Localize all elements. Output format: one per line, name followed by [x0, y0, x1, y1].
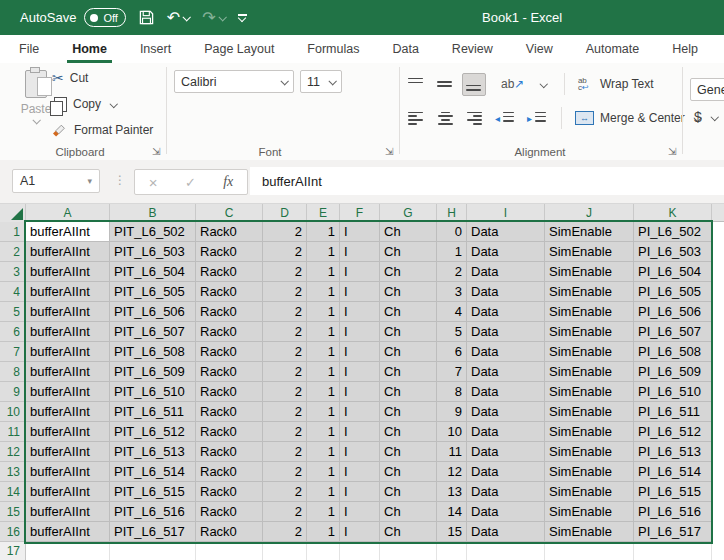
cell-K3[interactable]: PI_L6_504: [634, 262, 712, 282]
cell-A12[interactable]: bufferAIInt: [26, 442, 110, 462]
cell-D13[interactable]: 2: [263, 462, 307, 482]
cell-J10[interactable]: SimEnable: [545, 402, 634, 422]
cell-G8[interactable]: Ch: [380, 362, 437, 382]
cell-F1[interactable]: I: [340, 222, 380, 242]
top-align-button[interactable]: [408, 78, 424, 91]
cell-F2[interactable]: I: [340, 242, 380, 262]
cell-B15[interactable]: PIT_L6_516: [110, 502, 196, 522]
cell-F5[interactable]: I: [340, 302, 380, 322]
cell-J4[interactable]: SimEnable: [545, 282, 634, 302]
cell-K2[interactable]: PI_L6_503: [634, 242, 712, 262]
cell-K9[interactable]: PI_L6_510: [634, 382, 712, 402]
cell-J8[interactable]: SimEnable: [545, 362, 634, 382]
cell-empty[interactable]: [634, 542, 712, 560]
formula-input[interactable]: bufferAIInt: [250, 167, 724, 195]
name-box-dropdown-icon[interactable]: ▾: [87, 176, 92, 186]
cell-G3[interactable]: Ch: [380, 262, 437, 282]
cell-D5[interactable]: 2: [263, 302, 307, 322]
cell-C15[interactable]: Rack0: [196, 502, 263, 522]
cell-G6[interactable]: Ch: [380, 322, 437, 342]
clipboard-dialog-launcher[interactable]: ⇲: [152, 147, 160, 157]
cell-A15[interactable]: bufferAIInt: [26, 502, 110, 522]
cell-H9[interactable]: 8: [437, 382, 467, 402]
cell-D9[interactable]: 2: [263, 382, 307, 402]
cell-G2[interactable]: Ch: [380, 242, 437, 262]
row-header-1[interactable]: 1: [0, 222, 26, 242]
cell-I9[interactable]: Data: [467, 382, 545, 402]
cell-H11[interactable]: 10: [437, 422, 467, 442]
cell-H16[interactable]: 15: [437, 522, 467, 542]
cell-F8[interactable]: I: [340, 362, 380, 382]
cell-A8[interactable]: bufferAIInt: [26, 362, 110, 382]
undo-button[interactable]: ↶: [167, 8, 189, 27]
row-header-9[interactable]: 9: [0, 382, 26, 402]
cell-A11[interactable]: bufferAIInt: [26, 422, 110, 442]
cell-H3[interactable]: 2: [437, 262, 467, 282]
cell-I15[interactable]: Data: [467, 502, 545, 522]
cell-G13[interactable]: Ch: [380, 462, 437, 482]
row-header-12[interactable]: 12: [0, 442, 26, 462]
cell-I12[interactable]: Data: [467, 442, 545, 462]
cell-C1[interactable]: Rack0: [196, 222, 263, 242]
accounting-format-button[interactable]: $: [694, 109, 717, 125]
cell-I10[interactable]: Data: [467, 402, 545, 422]
row-header-15[interactable]: 15: [0, 502, 26, 522]
wrap-text-button[interactable]: abc↩ Wrap Text: [578, 75, 654, 93]
cell-G5[interactable]: Ch: [380, 302, 437, 322]
cell-C8[interactable]: Rack0: [196, 362, 263, 382]
row-header-10[interactable]: 10: [0, 402, 26, 422]
row-header-3[interactable]: 3: [0, 262, 26, 282]
cell-E9[interactable]: 1: [307, 382, 340, 402]
cell-F3[interactable]: I: [340, 262, 380, 282]
cell-C13[interactable]: Rack0: [196, 462, 263, 482]
cell-D1[interactable]: 2: [263, 222, 307, 242]
tab-page-layout[interactable]: Page Layout: [202, 35, 276, 63]
cell-B14[interactable]: PIT_L6_515: [110, 482, 196, 502]
cell-D4[interactable]: 2: [263, 282, 307, 302]
cancel-icon[interactable]: ×: [149, 174, 158, 191]
font-size-dropdown-icon[interactable]: [328, 77, 336, 85]
cell-I7[interactable]: Data: [467, 342, 545, 362]
cell-B1[interactable]: PIT_L6_502: [110, 222, 196, 242]
tab-view[interactable]: View: [524, 35, 555, 63]
cell-C7[interactable]: Rack0: [196, 342, 263, 362]
customize-qat-button[interactable]: [238, 14, 247, 20]
cell-H14[interactable]: 13: [437, 482, 467, 502]
column-header-H[interactable]: H: [437, 204, 467, 222]
cell-F9[interactable]: I: [340, 382, 380, 402]
cell-I13[interactable]: Data: [467, 462, 545, 482]
cell-A6[interactable]: bufferAIInt: [26, 322, 110, 342]
cell-I16[interactable]: Data: [467, 522, 545, 542]
cell-G10[interactable]: Ch: [380, 402, 437, 422]
accounting-dropdown-icon[interactable]: [711, 113, 719, 121]
cell-E10[interactable]: 1: [307, 402, 340, 422]
cell-C16[interactable]: Rack0: [196, 522, 263, 542]
cell-K11[interactable]: PI_L6_512: [634, 422, 712, 442]
cell-A16[interactable]: bufferAIInt: [26, 522, 110, 542]
cell-B9[interactable]: PIT_L6_510: [110, 382, 196, 402]
cell-K5[interactable]: PI_L6_506: [634, 302, 712, 322]
redo-button[interactable]: ↷: [202, 8, 224, 27]
column-header-C[interactable]: C: [196, 204, 263, 222]
row-header-7[interactable]: 7: [0, 342, 26, 362]
cell-K13[interactable]: PI_L6_514: [634, 462, 712, 482]
cell-empty[interactable]: [340, 542, 380, 560]
cell-C9[interactable]: Rack0: [196, 382, 263, 402]
cell-I14[interactable]: Data: [467, 482, 545, 502]
cell-A10[interactable]: bufferAIInt: [26, 402, 110, 422]
cell-D2[interactable]: 2: [263, 242, 307, 262]
cell-J7[interactable]: SimEnable: [545, 342, 634, 362]
name-box[interactable]: A1 ▾: [12, 169, 100, 193]
cell-H2[interactable]: 1: [437, 242, 467, 262]
tab-home[interactable]: Home: [70, 35, 109, 63]
cell-K15[interactable]: PI_L6_516: [634, 502, 712, 522]
autosave-control[interactable]: AutoSave Off: [20, 8, 126, 27]
cell-empty[interactable]: [467, 542, 545, 560]
cell-E14[interactable]: 1: [307, 482, 340, 502]
cell-I8[interactable]: Data: [467, 362, 545, 382]
cell-K7[interactable]: PI_L6_508: [634, 342, 712, 362]
column-header-F[interactable]: F: [340, 204, 380, 222]
cell-H15[interactable]: 14: [437, 502, 467, 522]
cell-E2[interactable]: 1: [307, 242, 340, 262]
cell-G9[interactable]: Ch: [380, 382, 437, 402]
